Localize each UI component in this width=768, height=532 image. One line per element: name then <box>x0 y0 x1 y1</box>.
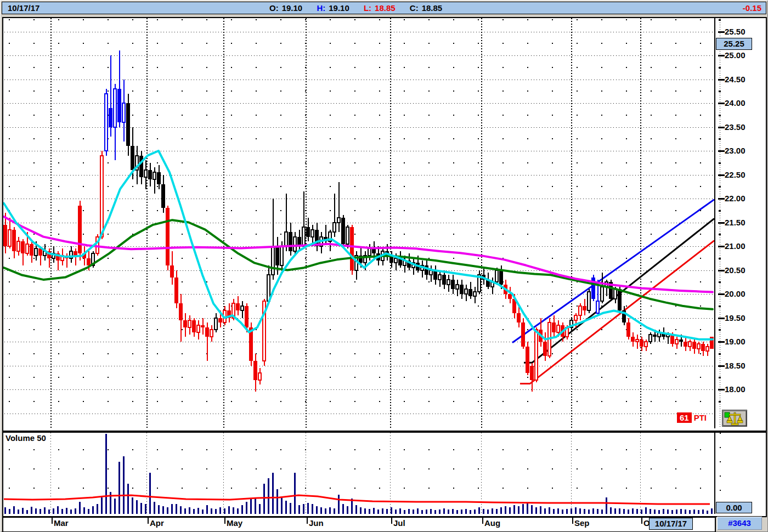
month-tick <box>148 518 149 524</box>
price-axis-label: 22.50 <box>725 170 746 179</box>
price-axis-label: 18.00 <box>725 384 746 394</box>
pti-label: PTI <box>694 413 707 422</box>
high-value: 19.10 <box>329 3 349 13</box>
month-label: Sep <box>574 518 590 528</box>
price-axis-label: 18.50 <box>725 361 746 370</box>
price-axis-label: 21.00 <box>725 241 746 251</box>
price-axis-label: 25.00 <box>725 50 746 60</box>
change-value: -0.15 <box>743 3 761 13</box>
price-axis-label: 23.50 <box>725 122 746 132</box>
quote-bar: 10/17/17 O:19.10 H:19.10 L:18.85 C:18.85… <box>2 2 766 14</box>
open-value: 19.10 <box>282 3 303 13</box>
month-tick <box>307 518 308 524</box>
price-axis-label: 25.50 <box>725 27 746 36</box>
price-axis-label: 20.50 <box>725 265 746 275</box>
price-highlight-label: 25.25 <box>716 38 752 50</box>
month-label: Aug <box>484 518 500 528</box>
quote-bar-date: 10/17/17 <box>8 3 39 13</box>
price-axis-label: 20.00 <box>725 289 746 298</box>
close-label: C: <box>410 3 419 13</box>
month-tick <box>482 518 483 524</box>
price-axis-label: 21.50 <box>725 218 746 227</box>
volume-chart[interactable]: Volume 50 <box>3 433 714 514</box>
price-chart[interactable]: 61PTI <box>3 18 714 428</box>
month-label: Mar <box>54 518 69 528</box>
high-label: H: <box>317 3 325 13</box>
pti-value: 61 <box>677 412 692 423</box>
month-tick <box>572 518 573 524</box>
volume-axis[interactable]: 0.00 <box>715 433 764 514</box>
price-axis-label: 23.00 <box>725 146 746 155</box>
volume-highlight-label: 0.00 <box>716 502 752 513</box>
time-axis[interactable]: 10/17/17 MarAprMayJunJulAugSepO <box>2 517 716 532</box>
month-label: Jun <box>309 518 324 528</box>
scales-icon-button[interactable] <box>722 410 747 427</box>
price-axis-label: 24.00 <box>725 98 746 107</box>
price-axis-label: 19.50 <box>725 313 746 322</box>
chart-number-badge: #3643 <box>717 517 762 530</box>
price-axis[interactable]: 25.25 25.5025.0024.5024.0023.5023.0022.5… <box>715 18 764 428</box>
month-tick <box>391 518 392 524</box>
volume-row: Volume 50 0.00 <box>2 432 767 517</box>
low-label: L: <box>364 3 371 13</box>
open-label: O: <box>269 3 279 13</box>
ohlc-readout: O:19.10 H:19.10 L:18.85 C:18.85 <box>269 3 445 13</box>
low-value: 18.85 <box>375 3 396 13</box>
month-tick <box>641 518 642 524</box>
month-label: May <box>227 518 242 528</box>
close-value: 18.85 <box>422 3 443 13</box>
month-label: O <box>643 518 650 528</box>
month-tick <box>224 518 225 524</box>
pti-indicator: 61PTI <box>677 413 707 424</box>
price-axis-label: 22.00 <box>725 194 746 203</box>
month-label: Apr <box>150 518 164 528</box>
price-axis-label: 19.00 <box>725 337 746 346</box>
scales-icon <box>722 410 747 426</box>
current-date-label: 10/17/17 <box>649 518 693 530</box>
month-tick <box>52 518 53 524</box>
volume-pane-label: Volume 50 <box>5 433 46 443</box>
price-axis-label: 24.50 <box>725 75 746 84</box>
price-chart-row: 61PTI 25.25 25.5025.0024.5024.0023.5023.… <box>2 17 767 432</box>
month-label: Jul <box>393 518 405 528</box>
